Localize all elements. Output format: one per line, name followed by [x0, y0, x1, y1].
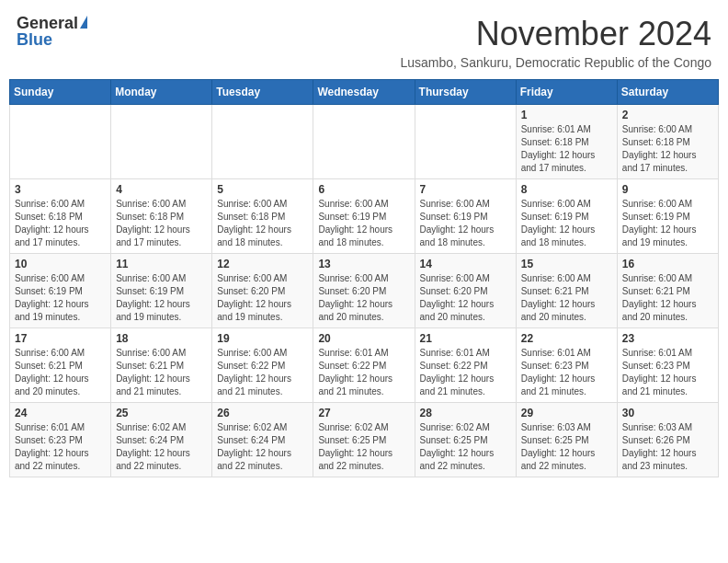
- logo-triangle-icon: [80, 16, 87, 29]
- calendar-body: 1Sunrise: 6:01 AM Sunset: 6:18 PM Daylig…: [10, 105, 719, 477]
- logo-blue-text: Blue: [17, 31, 52, 48]
- day-info: Sunrise: 6:00 AM Sunset: 6:21 PM Dayligh…: [521, 272, 612, 324]
- calendar-week-3: 10Sunrise: 6:00 AM Sunset: 6:19 PM Dayli…: [10, 254, 719, 328]
- weekday-header-monday: Monday: [111, 80, 212, 105]
- day-number: 21: [420, 332, 511, 345]
- day-info: Sunrise: 6:00 AM Sunset: 6:19 PM Dayligh…: [420, 198, 511, 249]
- month-title: November 2024: [400, 15, 711, 53]
- calendar-cell: 3Sunrise: 6:00 AM Sunset: 6:18 PM Daylig…: [10, 179, 111, 254]
- day-number: 19: [217, 332, 308, 345]
- day-info: Sunrise: 6:02 AM Sunset: 6:25 PM Dayligh…: [318, 421, 409, 473]
- calendar-cell: 4Sunrise: 6:00 AM Sunset: 6:18 PM Daylig…: [111, 179, 212, 254]
- day-number: 22: [521, 332, 612, 345]
- day-info: Sunrise: 6:00 AM Sunset: 6:19 PM Dayligh…: [622, 198, 713, 249]
- day-number: 18: [116, 332, 207, 345]
- day-info: Sunrise: 6:00 AM Sunset: 6:19 PM Dayligh…: [116, 272, 207, 324]
- weekday-header-thursday: Thursday: [415, 80, 516, 105]
- calendar-cell: 29Sunrise: 6:03 AM Sunset: 6:25 PM Dayli…: [516, 403, 617, 477]
- calendar-cell: 17Sunrise: 6:00 AM Sunset: 6:21 PM Dayli…: [10, 328, 111, 403]
- day-info: Sunrise: 6:02 AM Sunset: 6:24 PM Dayligh…: [116, 421, 207, 473]
- calendar-cell: 20Sunrise: 6:01 AM Sunset: 6:22 PM Dayli…: [313, 328, 415, 403]
- calendar-cell: [10, 105, 111, 179]
- calendar-cell: 25Sunrise: 6:02 AM Sunset: 6:24 PM Dayli…: [111, 403, 212, 477]
- day-info: Sunrise: 6:00 AM Sunset: 6:18 PM Dayligh…: [622, 123, 713, 175]
- day-number: 15: [521, 258, 612, 270]
- day-info: Sunrise: 6:00 AM Sunset: 6:18 PM Dayligh…: [217, 198, 308, 249]
- calendar-cell: 21Sunrise: 6:01 AM Sunset: 6:22 PM Dayli…: [415, 328, 516, 403]
- day-info: Sunrise: 6:01 AM Sunset: 6:23 PM Dayligh…: [622, 347, 713, 398]
- calendar-cell: 16Sunrise: 6:00 AM Sunset: 6:21 PM Dayli…: [617, 254, 718, 328]
- day-info: Sunrise: 6:00 AM Sunset: 6:19 PM Dayligh…: [318, 198, 409, 249]
- day-info: Sunrise: 6:00 AM Sunset: 6:18 PM Dayligh…: [116, 198, 207, 249]
- calendar-cell: [111, 105, 212, 179]
- calendar-cell: 8Sunrise: 6:00 AM Sunset: 6:19 PM Daylig…: [516, 179, 617, 254]
- weekday-header-row: SundayMondayTuesdayWednesdayThursdayFrid…: [10, 80, 719, 105]
- calendar-cell: 14Sunrise: 6:00 AM Sunset: 6:20 PM Dayli…: [415, 254, 516, 328]
- page-header: General Blue November 2024 Lusambo, Sank…: [9, 9, 719, 75]
- day-number: 7: [420, 183, 511, 196]
- day-number: 11: [116, 258, 207, 270]
- day-number: 30: [622, 407, 713, 419]
- day-info: Sunrise: 6:03 AM Sunset: 6:25 PM Dayligh…: [521, 421, 612, 473]
- day-info: Sunrise: 6:00 AM Sunset: 6:20 PM Dayligh…: [217, 272, 308, 324]
- day-number: 17: [15, 332, 106, 345]
- day-number: 10: [15, 258, 106, 270]
- day-number: 27: [318, 407, 409, 419]
- weekday-header-wednesday: Wednesday: [313, 80, 415, 105]
- day-number: 14: [420, 258, 511, 270]
- day-info: Sunrise: 6:02 AM Sunset: 6:24 PM Dayligh…: [217, 421, 308, 473]
- calendar-cell: 19Sunrise: 6:00 AM Sunset: 6:22 PM Dayli…: [212, 328, 313, 403]
- calendar-cell: [313, 105, 415, 179]
- calendar-cell: 28Sunrise: 6:02 AM Sunset: 6:25 PM Dayli…: [415, 403, 516, 477]
- calendar-cell: 10Sunrise: 6:00 AM Sunset: 6:19 PM Dayli…: [10, 254, 111, 328]
- calendar-week-2: 3Sunrise: 6:00 AM Sunset: 6:18 PM Daylig…: [10, 179, 719, 254]
- day-info: Sunrise: 6:01 AM Sunset: 6:18 PM Dayligh…: [521, 123, 612, 175]
- calendar-week-5: 24Sunrise: 6:01 AM Sunset: 6:23 PM Dayli…: [10, 403, 719, 477]
- day-number: 8: [521, 183, 612, 196]
- day-number: 9: [622, 183, 713, 196]
- day-info: Sunrise: 6:00 AM Sunset: 6:19 PM Dayligh…: [15, 272, 106, 324]
- day-info: Sunrise: 6:01 AM Sunset: 6:22 PM Dayligh…: [420, 347, 511, 398]
- calendar-cell: 22Sunrise: 6:01 AM Sunset: 6:23 PM Dayli…: [516, 328, 617, 403]
- day-info: Sunrise: 6:00 AM Sunset: 6:21 PM Dayligh…: [622, 272, 713, 324]
- day-info: Sunrise: 6:00 AM Sunset: 6:18 PM Dayligh…: [15, 198, 106, 249]
- day-number: 23: [622, 332, 713, 345]
- calendar-cell: 1Sunrise: 6:01 AM Sunset: 6:18 PM Daylig…: [516, 105, 617, 179]
- calendar-cell: 5Sunrise: 6:00 AM Sunset: 6:18 PM Daylig…: [212, 179, 313, 254]
- calendar-week-4: 17Sunrise: 6:00 AM Sunset: 6:21 PM Dayli…: [10, 328, 719, 403]
- day-number: 3: [15, 183, 106, 196]
- calendar-cell: 12Sunrise: 6:00 AM Sunset: 6:20 PM Dayli…: [212, 254, 313, 328]
- calendar-cell: 7Sunrise: 6:00 AM Sunset: 6:19 PM Daylig…: [415, 179, 516, 254]
- day-info: Sunrise: 6:01 AM Sunset: 6:22 PM Dayligh…: [318, 347, 409, 398]
- calendar-cell: [212, 105, 313, 179]
- day-info: Sunrise: 6:01 AM Sunset: 6:23 PM Dayligh…: [15, 421, 106, 473]
- calendar-cell: 13Sunrise: 6:00 AM Sunset: 6:20 PM Dayli…: [313, 254, 415, 328]
- calendar-header: SundayMondayTuesdayWednesdayThursdayFrid…: [10, 80, 719, 105]
- day-info: Sunrise: 6:00 AM Sunset: 6:19 PM Dayligh…: [521, 198, 612, 249]
- day-info: Sunrise: 6:00 AM Sunset: 6:21 PM Dayligh…: [15, 347, 106, 398]
- day-info: Sunrise: 6:00 AM Sunset: 6:22 PM Dayligh…: [217, 347, 308, 398]
- day-number: 24: [15, 407, 106, 419]
- calendar-cell: [415, 105, 516, 179]
- calendar-cell: 30Sunrise: 6:03 AM Sunset: 6:26 PM Dayli…: [617, 403, 718, 477]
- day-number: 12: [217, 258, 308, 270]
- day-number: 25: [116, 407, 207, 419]
- logo: General Blue: [17, 15, 87, 48]
- day-number: 16: [622, 258, 713, 270]
- calendar-cell: 15Sunrise: 6:00 AM Sunset: 6:21 PM Dayli…: [516, 254, 617, 328]
- day-number: 29: [521, 407, 612, 419]
- weekday-header-saturday: Saturday: [617, 80, 718, 105]
- calendar-cell: 2Sunrise: 6:00 AM Sunset: 6:18 PM Daylig…: [617, 105, 718, 179]
- calendar-cell: 27Sunrise: 6:02 AM Sunset: 6:25 PM Dayli…: [313, 403, 415, 477]
- day-info: Sunrise: 6:00 AM Sunset: 6:21 PM Dayligh…: [116, 347, 207, 398]
- calendar-cell: 26Sunrise: 6:02 AM Sunset: 6:24 PM Dayli…: [212, 403, 313, 477]
- calendar-week-1: 1Sunrise: 6:01 AM Sunset: 6:18 PM Daylig…: [10, 105, 719, 179]
- day-number: 20: [318, 332, 409, 345]
- day-number: 1: [521, 109, 612, 121]
- day-info: Sunrise: 6:03 AM Sunset: 6:26 PM Dayligh…: [622, 421, 713, 473]
- day-number: 26: [217, 407, 308, 419]
- calendar-cell: 24Sunrise: 6:01 AM Sunset: 6:23 PM Dayli…: [10, 403, 111, 477]
- day-info: Sunrise: 6:00 AM Sunset: 6:20 PM Dayligh…: [420, 272, 511, 324]
- day-number: 5: [217, 183, 308, 196]
- day-number: 28: [420, 407, 511, 419]
